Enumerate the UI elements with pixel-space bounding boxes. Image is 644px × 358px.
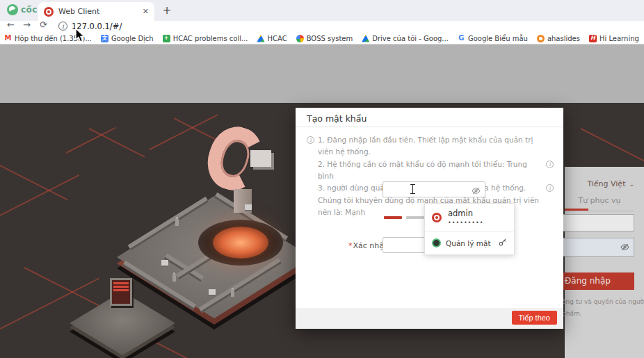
bookmark-label: Hi Learning (599, 35, 639, 42)
text-cursor (410, 184, 416, 195)
info-icon: i (307, 136, 314, 144)
dialog-footer: Tiếp theo (296, 308, 563, 329)
bookmark-favicon-icon: G (458, 35, 465, 42)
strength-bar-active (384, 216, 402, 219)
password-strength-meter (384, 216, 424, 219)
bookmark-favicon-icon (537, 35, 545, 42)
username-field[interactable] (561, 214, 634, 231)
bookmark-label: ahaslides (547, 35, 580, 42)
webclient-favicon-icon (44, 7, 54, 17)
language-selector[interactable]: Tiếng Việt ⌄ (587, 179, 634, 188)
bookmark-item[interactable]: + HCAC problems coll... (163, 35, 248, 42)
bookmark-item[interactable]: 文 Google Dịch (101, 35, 154, 42)
autofill-username: admin (448, 209, 483, 218)
bookmark-item[interactable]: Drive của tôi - Goog... (362, 35, 449, 42)
login-password-field[interactable] (561, 238, 634, 257)
bookmark-item[interactable]: H Hi Learning (589, 35, 639, 42)
bookmark-favicon-icon (296, 35, 304, 42)
bookmark-item[interactable]: BOSS system (296, 35, 353, 42)
next-button[interactable]: Tiếp theo (512, 311, 557, 325)
bookmarks-bar: M Hộp thư đến (1.358)... 文 Google Dịch +… (0, 33, 644, 44)
furnace-glow (213, 227, 268, 259)
bookmark-item[interactable]: G Google Biểu mẫu (458, 35, 528, 42)
browser-tab[interactable]: Web Client ✕ (38, 2, 154, 21)
login-panel: Tiếng Việt ⌄ Tự phục vụ Đăng nhập êng tư… (565, 167, 644, 358)
tab-title: Web Client (58, 7, 138, 16)
bookmark-label: BOSS system (307, 35, 353, 42)
language-label: Tiếng Việt (587, 179, 625, 188)
bookmark-label: HCAC (268, 35, 287, 42)
tab-close-icon[interactable]: ✕ (143, 7, 149, 16)
back-button[interactable]: ← (7, 19, 15, 30)
active-tab-indicator (565, 209, 588, 211)
coccoc-icon (432, 238, 441, 247)
manage-passwords-label: Quản lý mật khẩu... (446, 239, 493, 247)
autofill-masked-password: ••••••••• (448, 220, 483, 226)
bookmark-label: Drive của tôi - Goog... (372, 35, 449, 42)
autofill-suggestion[interactable]: admin ••••••••• (425, 204, 514, 231)
bookmark-favicon-icon (257, 35, 265, 42)
bookmark-label: Google Dịch (111, 35, 154, 42)
strength-bar (406, 216, 424, 219)
manage-passwords-item[interactable]: Quản lý mật khẩu... (425, 231, 514, 254)
bookmark-favicon-icon: 文 (101, 35, 108, 42)
key-icon (498, 236, 507, 250)
chevron-down-icon: ⌄ (629, 181, 634, 188)
bookmark-favicon-icon (362, 35, 369, 42)
reload-button[interactable]: ⟳ (40, 19, 47, 30)
eye-off-icon[interactable] (472, 185, 481, 198)
site-info-icon[interactable]: i (58, 22, 67, 31)
new-tab-button[interactable]: + (160, 4, 174, 18)
eye-off-icon[interactable] (620, 241, 629, 254)
mouse-cursor (75, 28, 86, 46)
bookmark-favicon-icon: + (163, 35, 170, 42)
forward-button[interactable]: → (23, 19, 31, 30)
browser-tab-bar: cốc cốc Web Client ✕ + (0, 0, 644, 21)
bookmark-favicon-icon: M (4, 35, 12, 42)
privacy-text: êng tư và quyền của người phẩm. (562, 296, 644, 320)
bookmark-item[interactable]: ahaslides (537, 35, 580, 42)
bookmark-label: HCAC problems coll... (173, 35, 248, 42)
page-top-band (0, 44, 644, 103)
warning-sign (110, 278, 132, 306)
bookmark-label: Google Biểu mẫu (468, 35, 528, 42)
password-input[interactable] (383, 181, 485, 197)
autofill-dropdown: admin ••••••••• Quản lý mật khẩu... (424, 203, 515, 255)
bookmark-item[interactable]: HCAC (257, 35, 287, 42)
site-favicon-icon (432, 213, 442, 222)
bookmark-favicon-icon: H (589, 35, 597, 42)
dialog-title: Tạo mật khẩu (296, 108, 563, 127)
coccoc-logo-icon (7, 4, 18, 15)
info-icon[interactable]: i (546, 161, 554, 168)
